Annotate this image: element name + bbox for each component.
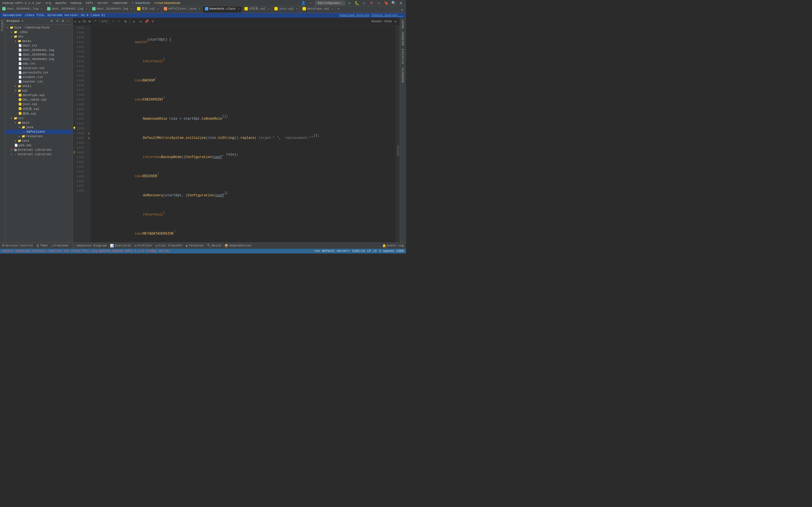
- tab-close-icon[interactable]: ✕: [238, 7, 240, 10]
- maven-side-tab[interactable]: Maven: [401, 18, 405, 30]
- tree-item-student-txt[interactable]: 📄 student.txt: [5, 75, 72, 79]
- filter-icon[interactable]: ▽: [150, 19, 155, 24]
- search-icon[interactable]: 🔍: [391, 0, 396, 6]
- tree-item-shell[interactable]: ▸ 📁 shell: [5, 84, 72, 89]
- download-sources-link[interactable]: Download Sources: [340, 13, 369, 17]
- tree-item-java[interactable]: ▾ 📁 java: [5, 125, 72, 129]
- line-col-indicator[interactable]: 1156:14: [352, 249, 365, 252]
- back-icon[interactable]: ←: [308, 0, 313, 6]
- minimize-icon[interactable]: −: [66, 19, 71, 23]
- profile-icon[interactable]: 👤: [301, 0, 306, 6]
- profiler-button[interactable]: ⊙ Profiler: [135, 244, 152, 247]
- tree-item-external-libs[interactable]: ▸ 📚 External Libraries: [5, 148, 72, 152]
- line-ending-indicator[interactable]: LF: [373, 249, 377, 252]
- tab-dept20200402[interactable]: dept_20200402.log ✕: [45, 6, 90, 13]
- search-word-icon[interactable]: W: [89, 20, 91, 23]
- tab-close-icon[interactable]: ✕: [86, 7, 87, 10]
- reader-mode-label[interactable]: Reader Mode: [371, 20, 392, 23]
- tab-close-icon[interactable]: ✕: [268, 7, 269, 10]
- run-coverage-icon[interactable]: ▷: [361, 0, 367, 6]
- problems-button[interactable]: ⚠ Problems: [51, 244, 68, 247]
- statistic-button[interactable]: 📊 Statistic: [110, 244, 132, 247]
- tab-close-icon[interactable]: ✕: [41, 7, 42, 10]
- tree-item-query-sql[interactable]: 🟡 查询.sql: [5, 111, 72, 116]
- tree-item-pom[interactable]: 📄 pom.xml: [5, 143, 72, 148]
- debug-icon[interactable]: 🐛: [354, 0, 360, 6]
- settings-icon[interactable]: ⚙: [61, 19, 65, 23]
- settings-icon[interactable]: ⚙: [398, 0, 404, 6]
- build-button[interactable]: 🔨 Build: [207, 244, 221, 247]
- terminal-button[interactable]: ▶ Terminal: [186, 244, 204, 247]
- indent-indicator[interactable]: 4 spaces: [379, 249, 394, 252]
- choose-sources-link[interactable]: Choose Sources...: [371, 13, 403, 17]
- todo-button[interactable]: ☰ TODO: [36, 244, 47, 247]
- tree-item-dept-log3[interactable]: 📄 dept_20200403.log: [5, 57, 72, 61]
- tree-item-resources[interactable]: ▸ 📁 resources: [5, 134, 72, 138]
- fold-marker[interactable]: ▸: [73, 132, 75, 134]
- tree-item-datas[interactable]: ▾ 📁 datas: [5, 39, 72, 43]
- tree-item-hive-root[interactable]: ▾ 📁 hive ~/Desktop/hive: [5, 25, 72, 30]
- tab-dept20200401[interactable]: dept_20200401.log ✕: [0, 6, 45, 13]
- tab-namenode-class[interactable]: NameNode.class ✕: [203, 6, 242, 13]
- search-prev-icon[interactable]: ↑: [110, 19, 116, 24]
- project-side-tab[interactable]: Project: [0, 18, 4, 33]
- tab-dept20200403[interactable]: dept_20200403.log ✕: [90, 6, 135, 13]
- tab-datatype-sql[interactable]: dataType.sql ✕: [300, 6, 336, 13]
- tree-item-dept-txt[interactable]: 📄 dept.txt: [5, 43, 72, 48]
- version-control-button[interactable]: ⑆ Version Control: [2, 244, 33, 247]
- tree-item-emp-txt[interactable]: 📄 emp.txt: [5, 61, 72, 66]
- add-configuration-button[interactable]: Add Configuration...: [315, 1, 345, 5]
- pin-icon[interactable]: 📌: [144, 19, 149, 24]
- search-regex-icon[interactable]: .*: [93, 20, 96, 23]
- tab-close-icon[interactable]: ✕: [296, 7, 298, 10]
- tree-item-sql[interactable]: ▾ 📁 sql: [5, 89, 72, 93]
- tree-item-hdfsclient[interactable]: ☕ HdfsClient: [5, 129, 72, 134]
- encoding-indicator[interactable]: LF: [367, 249, 371, 252]
- tree-item-location-txt[interactable]: 📄 location.txt: [5, 66, 72, 70]
- tree-item-join-sql[interactable]: 🟡 join.sql: [5, 102, 72, 107]
- tree-item-doc[interactable]: ▾ 📁 doc: [5, 34, 72, 39]
- bookmark-icon[interactable]: 🔖: [384, 0, 389, 6]
- search-scope-icon[interactable]: ⊡: [123, 19, 128, 24]
- file-transfer-button[interactable]: ⇅ File Transfer: [156, 244, 183, 247]
- bookmarks-side-tab[interactable]: Bookmarks: [401, 66, 405, 84]
- search-next-icon[interactable]: ↓: [117, 19, 122, 24]
- tree-item-src[interactable]: ▾ 📁 src: [5, 116, 72, 121]
- tab-close-icon[interactable]: ✕: [157, 7, 159, 10]
- tree-item-main[interactable]: ▾ 📁 main: [5, 121, 72, 125]
- tree-item-ddl-sql[interactable]: 🟡 DDL_table.sql: [5, 98, 72, 102]
- fold-marker[interactable]: ▸: [73, 137, 75, 139]
- search-close-icon[interactable]: ✕: [74, 20, 77, 23]
- tab-close-icon[interactable]: ✕: [131, 7, 132, 10]
- run-icon[interactable]: ▶: [347, 0, 352, 6]
- tree-item-datatype-sql[interactable]: 🟡 dataType.sql: [5, 93, 72, 98]
- tree-item-personinfo-txt[interactable]: 📄 personInfo.txt: [5, 70, 72, 75]
- tree-item-dept-log2[interactable]: 📄 dept_20200402.log: [5, 52, 72, 57]
- tab-close-icon[interactable]: ✕: [199, 7, 200, 10]
- tab-partition-sql[interactable]: 分区表.sql ✕: [242, 6, 272, 13]
- align-left-icon[interactable]: ⇤: [132, 19, 137, 24]
- tree-item-dept-log1[interactable]: 📄 dept_20200401.log: [5, 48, 72, 52]
- search-loop-icon[interactable]: ↻: [79, 20, 81, 23]
- tab-querysql[interactable]: 查询.sql ✕: [135, 6, 161, 13]
- tree-item-partition-sql[interactable]: 🟡 分区表.sql: [5, 107, 72, 111]
- close-editor-icon[interactable]: ✕: [399, 7, 405, 13]
- locate-icon[interactable]: ⊕: [49, 19, 54, 23]
- tab-close-icon[interactable]: ✕: [332, 7, 333, 10]
- tree-item-test[interactable]: ▸ 📁 test: [5, 138, 72, 143]
- sequence-diagram-button[interactable]: ⬛ Sequence Diagram: [72, 244, 107, 247]
- close-search-icon[interactable]: ✕: [393, 19, 398, 24]
- structure-side-tab[interactable]: Structure: [401, 47, 405, 66]
- tab-joinsql[interactable]: join.sql ✕: [272, 6, 300, 13]
- dependencies-button[interactable]: 📦 Dependencies: [224, 244, 252, 247]
- collapse-icon[interactable]: ≡: [55, 19, 59, 23]
- stop-icon[interactable]: ■: [369, 0, 374, 6]
- tree-item-scratches[interactable]: ▸ ✏ External Libraries: [5, 152, 72, 157]
- search-case-icon[interactable]: Cc: [83, 20, 86, 23]
- tree-item-teacher-txt[interactable]: 📄 teacher.txt: [5, 79, 72, 84]
- database-side-tab[interactable]: Database: [401, 30, 405, 47]
- tabs-overflow-button[interactable]: ▾: [336, 6, 341, 13]
- event-log-button[interactable]: 🔔 Event Log: [382, 244, 404, 247]
- tree-item-idea[interactable]: ▸ 📁 .idea: [5, 30, 72, 34]
- tab-hdfsclient[interactable]: HdfsClient.java ✕: [161, 6, 203, 13]
